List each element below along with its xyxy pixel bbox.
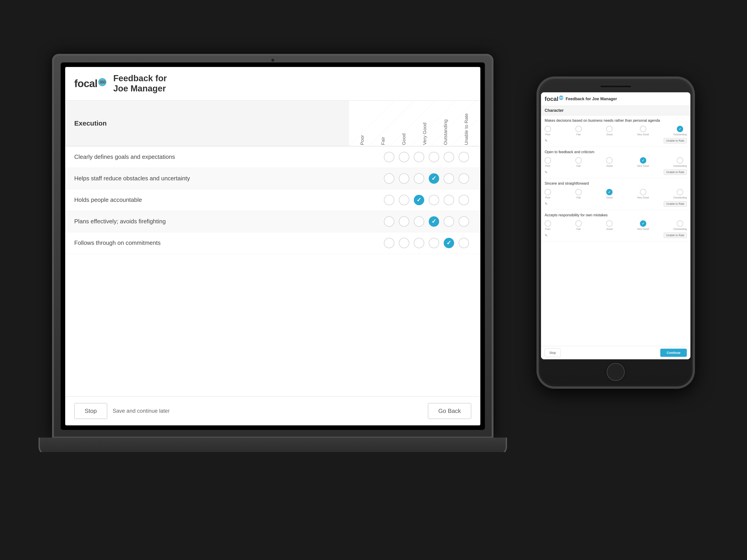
ph-radio-poor[interactable] [545, 189, 551, 195]
radio-fair[interactable] [399, 195, 409, 205]
phone-home-button[interactable] [607, 363, 625, 381]
ph-radio-poor[interactable] [545, 220, 551, 227]
radio-outstanding[interactable] [444, 173, 454, 184]
ph-radio-outstanding[interactable] [677, 157, 683, 164]
ph-radio-fair[interactable] [575, 189, 582, 195]
radio-very-good-checked[interactable] [429, 173, 439, 184]
rating-good: Good [606, 126, 613, 136]
ph-label-outstanding: Outstanding [673, 133, 687, 136]
edit-icon[interactable]: ✎ [545, 233, 547, 238]
row-radios [384, 216, 471, 227]
radio-poor[interactable] [384, 216, 394, 227]
ph-radio-very-good-checked[interactable] [640, 220, 646, 227]
radio-poor[interactable] [384, 173, 394, 184]
radio-very-good-checked[interactable] [429, 216, 439, 227]
edit-icon[interactable]: ✎ [545, 138, 547, 143]
ph-radio-outstanding[interactable] [677, 220, 683, 227]
ph-radio-poor[interactable] [545, 157, 551, 164]
radio-poor[interactable] [384, 195, 394, 205]
rating-very-good: Very Good [637, 220, 649, 230]
phone-screen: focal360 Feedback for Joe Manager Charac… [541, 92, 690, 359]
radio-poor[interactable] [384, 152, 394, 162]
unable-to-rate-button-1[interactable]: Unable to Rate [664, 138, 687, 143]
radio-fair[interactable] [399, 216, 409, 227]
unable-to-rate-button-3[interactable]: Unable to Rate [664, 201, 687, 207]
rating-good: Good [606, 189, 613, 199]
unable-row: ✎ Unable to Rate [545, 232, 687, 238]
laptop-foot [38, 452, 507, 458]
question-text: Open to feedback and criticism [545, 150, 687, 155]
radio-unable[interactable] [459, 216, 469, 227]
radio-good[interactable] [414, 238, 424, 248]
question-text: Makes decisions based on business needs … [545, 118, 687, 123]
phone-question-1: Makes decisions based on business needs … [541, 115, 690, 147]
ph-radio-fair[interactable] [575, 126, 582, 132]
rating-poor: Poor [545, 189, 551, 199]
ph-radio-outstanding[interactable] [677, 189, 683, 195]
radio-very-good[interactable] [429, 195, 439, 205]
unable-row: ✎ Unable to Rate [545, 169, 687, 175]
radio-unable[interactable] [459, 152, 469, 162]
edit-icon[interactable]: ✎ [545, 202, 547, 206]
ph-radio-poor[interactable] [545, 126, 551, 132]
edit-icon[interactable]: ✎ [545, 170, 547, 175]
radio-good[interactable] [414, 216, 424, 227]
ph-radio-fair[interactable] [575, 220, 582, 227]
row-label: Holds people accountable [74, 196, 384, 204]
unable-row: ✎ Unable to Rate [545, 138, 687, 144]
ph-radio-very-good[interactable] [640, 126, 646, 132]
rating-very-good: Very Good [637, 157, 649, 167]
radio-outstanding[interactable] [444, 216, 454, 227]
radio-fair[interactable] [399, 173, 409, 184]
unable-to-rate-button-4[interactable]: Unable to Rate [664, 233, 687, 238]
radio-good-checked[interactable] [414, 195, 424, 205]
table-row: Follows through on commitments [65, 232, 480, 254]
ph-radio-good[interactable] [606, 157, 613, 164]
phone-continue-button[interactable]: Continue [660, 349, 687, 357]
ph-radio-good-checked[interactable] [606, 189, 613, 195]
radio-very-good[interactable] [429, 152, 439, 162]
rating-fair: Fair [575, 126, 582, 136]
phone-speaker [600, 85, 632, 88]
radio-fair[interactable] [399, 152, 409, 162]
question-text: Accepts responsibility for own mistakes [545, 213, 687, 218]
unable-to-rate-button-2[interactable]: Unable to Rate [664, 169, 687, 175]
stop-button[interactable]: Stop [74, 403, 107, 419]
phone-question-3: Sincere and straightforward Poor Fair [541, 178, 690, 210]
radio-outstanding[interactable] [444, 152, 454, 162]
phone-section-header: Character [541, 106, 690, 115]
laptop-screen: focal360 Feedback for Joe Manager [65, 67, 480, 425]
radio-outstanding-checked[interactable] [444, 238, 454, 248]
radio-good[interactable] [414, 152, 424, 162]
radio-fair[interactable] [399, 238, 409, 248]
rating-poor: Poor [545, 157, 551, 167]
ph-radio-good[interactable] [606, 220, 613, 227]
unable-row: ✎ Unable to Rate [545, 201, 687, 207]
radio-unable[interactable] [459, 173, 469, 184]
ph-radio-very-good[interactable] [640, 189, 646, 195]
phone-stop-button[interactable]: Stop [545, 348, 561, 357]
svg-line-3 [410, 101, 456, 146]
ph-radio-very-good-checked[interactable] [640, 157, 646, 164]
ph-radio-fair[interactable] [575, 157, 582, 164]
laptop-page-title: Feedback for Joe Manager [113, 73, 167, 94]
radio-good[interactable] [414, 173, 424, 184]
radio-poor[interactable] [384, 238, 394, 248]
phone-header: focal360 Feedback for Joe Manager [541, 92, 690, 106]
ph-label-good: Good [607, 133, 613, 136]
rating-poor: Poor [545, 126, 551, 136]
laptop-logo-360: 360 [98, 78, 106, 86]
radio-outstanding[interactable] [444, 195, 454, 205]
row-radios [384, 173, 471, 184]
ph-radio-good[interactable] [606, 126, 613, 132]
go-back-button[interactable]: Go Back [428, 403, 471, 419]
phone-vol-up-button [537, 129, 538, 142]
radio-unable[interactable] [459, 238, 469, 248]
laptop-body: focal360 Feedback for Joe Manager [52, 54, 493, 438]
ph-radio-outstanding-checked[interactable] [677, 126, 683, 132]
radio-very-good[interactable] [429, 238, 439, 248]
radio-unable[interactable] [459, 195, 469, 205]
rating-row: Poor Fair Good [545, 126, 687, 136]
svg-line-4 [431, 101, 476, 146]
row-label: Clearly defines goals and expectations [74, 153, 384, 160]
